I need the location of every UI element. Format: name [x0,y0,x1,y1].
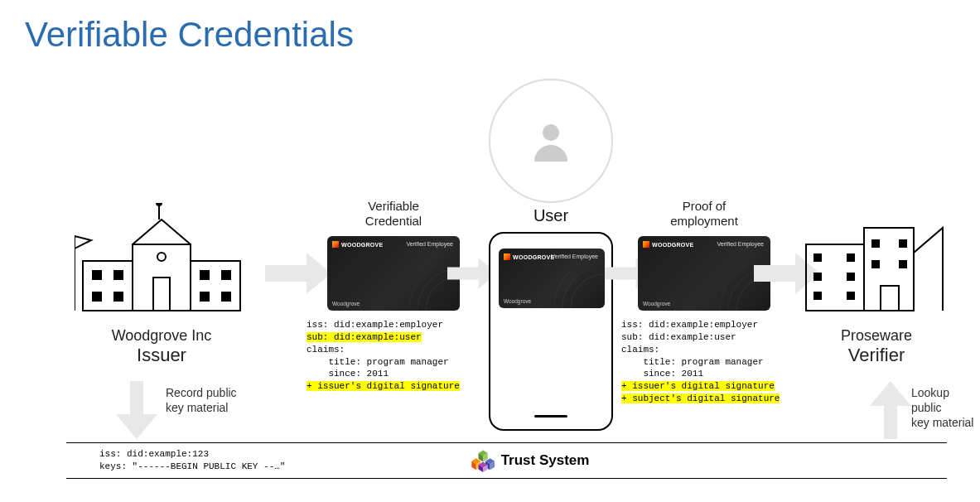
code-line: claims: [621,345,659,355]
svg-rect-29 [900,261,906,268]
record-key-label: Record public key material [166,385,237,415]
verifier-role: Verifier [802,345,951,366]
code-line: iss: did:example:employer [621,320,758,330]
card-badge: Verified Employee [407,241,453,247]
svg-rect-21 [847,254,854,261]
card-logo-text: WOODGROVE [341,242,384,248]
code-line: sub: did:example:user [621,332,736,342]
code-line: title: program manager [621,357,764,367]
page-title: Verifiable Credentials [25,15,354,55]
code-line: title: program manager [307,357,449,367]
svg-rect-26 [872,240,879,247]
card-brand: Woodgrove [332,301,360,307]
arrow-lookup-up [870,381,911,439]
svg-point-15 [157,203,162,205]
svg-rect-0 [83,261,133,311]
issuer-name: Woodgrove Inc [75,327,249,345]
card-badge: Verified Employee [552,253,598,259]
credential-code-right: iss: did:example:employer sub: did:examp… [621,319,780,405]
card-brand: Woodgrove [643,301,670,307]
proof-card: WOODGROVE Verified Employee Woodgrove [638,236,770,311]
user-block: User WOODGROVE Verified Employee Woodgro… [480,79,621,431]
svg-rect-5 [93,271,101,279]
lookup-key-label: Lookup public key material [911,385,978,431]
svg-point-3 [157,253,166,261]
credential-code-left: iss: did:example:employer sub: did:examp… [307,319,460,393]
verifier-block: Proseware Verifier [802,203,951,366]
svg-rect-27 [900,240,906,247]
card-brand: Woodgrove [504,298,531,304]
svg-rect-22 [814,273,821,280]
card-logo-text: WOODGROVE [513,254,555,260]
svg-rect-24 [814,292,821,299]
svg-rect-12 [222,292,230,301]
office-building-icon [802,203,951,319]
school-building-icon [75,203,249,319]
credential-in-phone: WOODGROVE Verified Employee Woodgrove [499,249,605,308]
card-badge: Verified Employee [717,241,764,247]
svg-point-16 [543,124,559,141]
diagram-stage: Woodgrove Inc Issuer Verifiable Credenti… [0,75,980,422]
svg-rect-1 [191,261,240,311]
issuer-block: Woodgrove Inc Issuer [75,203,249,366]
trust-system-text: Trust System [501,452,590,469]
arrow-issuer-to-cred [265,253,331,294]
card-logo: WOODGROVE [332,241,384,248]
credential-label: Verifiable Credential [327,199,460,229]
svg-rect-23 [847,273,854,280]
code-line-highlight: sub: did:example:user [307,332,422,342]
svg-rect-9 [200,271,209,279]
code-line: iss: did:example:123 [99,449,209,459]
code-line: keys: "------BEGIN PUBLIC KEY --…" [99,461,285,471]
svg-rect-7 [93,292,101,301]
svg-rect-4 [153,278,170,311]
code-line-highlight: + subject's digital signature [621,393,780,403]
user-avatar-icon [526,116,576,166]
phone-icon: WOODGROVE Verified Employee Woodgrove [489,232,613,431]
code-line: claims: [307,345,345,355]
arrow-record-down [116,381,157,439]
trust-system-label: Trust System [471,449,590,472]
proof-label: Proof of employment [638,199,770,229]
svg-rect-10 [222,271,230,279]
issuer-role: Issuer [75,345,249,366]
code-line: since: 2011 [621,369,703,379]
svg-rect-28 [872,261,879,268]
svg-rect-20 [814,254,821,261]
verifier-name: Proseware [802,327,951,345]
user-avatar-circle [489,79,613,203]
cube-icon [471,449,495,472]
svg-rect-25 [847,292,854,299]
svg-rect-11 [200,292,209,301]
trust-system-code: iss: did:example:123 keys: "------BEGIN … [99,448,285,473]
user-label: User [480,206,621,225]
svg-rect-8 [114,292,123,301]
svg-rect-19 [881,286,899,311]
trust-system-bar: iss: did:example:123 keys: "------BEGIN … [66,442,947,479]
code-line-highlight: + issuer's digital signature [621,381,775,391]
code-line-highlight: + issuer's digital signature [307,381,460,391]
card-logo-text: WOODGROVE [652,242,694,248]
code-line: iss: did:example:employer [307,320,443,330]
svg-rect-6 [114,271,123,279]
verifiable-credential-card: WOODGROVE Verified Employee Woodgrove [327,236,460,311]
code-line: since: 2011 [307,369,389,379]
